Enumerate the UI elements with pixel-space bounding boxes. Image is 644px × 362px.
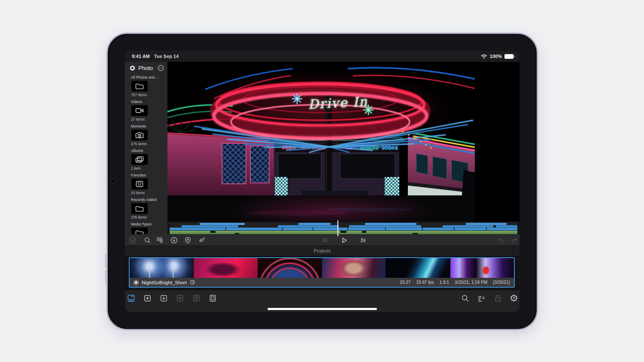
filmstrip-thumb-face [322, 258, 386, 278]
library-item-thumbnail[interactable] [131, 130, 148, 140]
library-item-label: Moments [125, 124, 167, 128]
timeline-clips [170, 222, 517, 235]
skip-back-button[interactable] [320, 235, 330, 245]
duplicate-project-button[interactable] [175, 293, 185, 303]
playhead[interactable] [337, 220, 338, 236]
library-category-list: All Photos and… 757 items Videos [125, 75, 167, 246]
battery-percent: 100% [490, 54, 502, 59]
play-button[interactable] [339, 235, 349, 245]
battery-icon [504, 54, 513, 59]
folder-icon [135, 82, 144, 90]
select-clips-button[interactable] [128, 235, 138, 245]
volume-up-button[interactable] [105, 254, 107, 268]
delete-project-button[interactable] [191, 293, 201, 303]
library-item-recently-added[interactable]: Recently Added 235 items [125, 197, 167, 222]
clip-info-button[interactable] [169, 235, 179, 245]
drive-in-preview-frame: FRIES HOT DOGS RS SHAKES SODAS [167, 62, 475, 221]
library-view-button[interactable] [126, 293, 136, 303]
library-item-count: 275 items [125, 142, 167, 146]
library-item-count: 235 items [125, 215, 167, 219]
library-item-count: 757 items [125, 93, 167, 97]
projects-toolbar: a ? [125, 290, 519, 312]
library-item-moments[interactable]: Moments 275 items [125, 124, 167, 148]
undo-button[interactable] [495, 235, 506, 245]
filmstrip-thumb-dark-building [386, 258, 450, 278]
project-filmstrip[interactable] [130, 258, 514, 278]
library-item-thumbnail[interactable] [131, 81, 148, 91]
library-item-thumbnail[interactable] [131, 203, 148, 214]
library-item-label: Recently Added [125, 198, 167, 202]
library-item-all-photos[interactable]: All Photos and… 757 items [125, 75, 167, 99]
library-item-thumbnail[interactable] [131, 105, 148, 116]
status-bar: 9:41 AM Tue Sep 14 100% [125, 51, 519, 62]
library-item-thumbnail[interactable] [131, 154, 148, 165]
projects-list: NightSoBright_Short 20.27 29.97 fps 1.9:… [125, 256, 519, 290]
project-selected-radio[interactable] [134, 280, 139, 285]
library-item-count: 23 items [125, 191, 167, 195]
photo-stack-icon [135, 156, 144, 163]
project-title-row: NightSoBright_Short 20.27 29.97 fps 1.9:… [130, 278, 514, 287]
library-item-label: Albums [125, 149, 167, 153]
search-library-button[interactable] [142, 235, 152, 245]
front-camera [112, 179, 115, 183]
library-item-albums[interactable]: Albums 1 item [125, 148, 167, 173]
home-indicator[interactable] [267, 308, 377, 310]
project-item-selected[interactable]: NightSoBright_Short 20.27 29.97 fps 1.9:… [129, 257, 515, 288]
help-mark: ? [513, 296, 515, 300]
new-project-button[interactable] [142, 293, 152, 303]
wifi-icon [481, 54, 487, 59]
library-item-label: Media Types [125, 222, 167, 226]
sort-letter: a [482, 295, 485, 300]
timeline-overview[interactable] [170, 221, 517, 234]
library-source-title: Photo [138, 65, 155, 71]
library-item-count: 1 item [125, 166, 167, 170]
clock-date: Tue Sep 14 [154, 54, 179, 59]
settings-help-button[interactable]: ? [509, 293, 519, 303]
sort-list-button[interactable] [154, 235, 164, 245]
share-project-button[interactable] [492, 293, 503, 303]
project-framerate: 29.97 fps [416, 280, 434, 285]
filmstrip-thumb-neon-rings [258, 258, 322, 278]
project-metadata: 20.27 29.97 fps 1.9:1 3/20/21, 1:24 PM (… [400, 280, 510, 285]
library-item-count: 27 items [125, 117, 167, 122]
page-background: 9:41 AM Tue Sep 14 100% [0, 0, 644, 362]
project-duration: 20.27 [400, 280, 410, 285]
clipboard-button[interactable] [207, 293, 218, 303]
ipad-device: 9:41 AM Tue Sep 14 100% [106, 33, 538, 330]
waveform-add-button[interactable] [196, 235, 207, 245]
camera-clock-icon [135, 131, 144, 139]
sort-projects-button[interactable]: a [476, 293, 486, 303]
shield-plus-button[interactable] [182, 235, 193, 245]
drive-in-neon-sign: Drive In [308, 94, 368, 112]
projects-header-label: Projects [314, 248, 331, 253]
photos-app-icon [129, 65, 136, 71]
filmstrip-thumb-palms [130, 258, 194, 278]
redo-button[interactable] [509, 235, 519, 245]
ellipsis-circle-icon[interactable] [158, 65, 164, 71]
project-name: NightSoBright_Short [142, 280, 187, 285]
filmstrip-thumb-magenta-portrait [194, 258, 258, 278]
skip-forward-button[interactable] [358, 235, 368, 245]
filmstrip-thumb-purple-house [450, 258, 514, 278]
library-source-header[interactable]: Photo [125, 62, 167, 74]
library-sidebar: Photo All Photos and… 757 items [125, 62, 167, 234]
clock-time: 9:41 AM [132, 54, 150, 59]
project-aspect-ratio: 1.9:1 [440, 280, 449, 285]
library-item-favorites[interactable]: Favorites 23 items [125, 173, 167, 197]
library-item-label: Favorites [125, 173, 167, 177]
app-screen: 9:41 AM Tue Sep 14 100% [125, 51, 519, 312]
projects-header: Projects [125, 246, 519, 256]
video-camera-icon [135, 107, 144, 114]
folder-icon [135, 205, 144, 212]
video-preview-area[interactable]: FRIES HOT DOGS RS SHAKES SODAS [167, 62, 519, 221]
volume-down-button[interactable] [105, 270, 107, 284]
import-project-button[interactable] [158, 293, 169, 303]
project-notes-icon[interactable] [190, 280, 195, 285]
edit-toolbar [125, 234, 519, 246]
library-item-label: All Photos and… [125, 75, 167, 79]
library-item-label: Videos [125, 100, 167, 104]
library-item-thumbnail[interactable] [131, 179, 148, 189]
search-projects-button[interactable] [460, 293, 470, 303]
library-item-videos[interactable]: Videos 27 items [125, 99, 167, 124]
project-created-date: (3/20/21) [493, 280, 510, 285]
